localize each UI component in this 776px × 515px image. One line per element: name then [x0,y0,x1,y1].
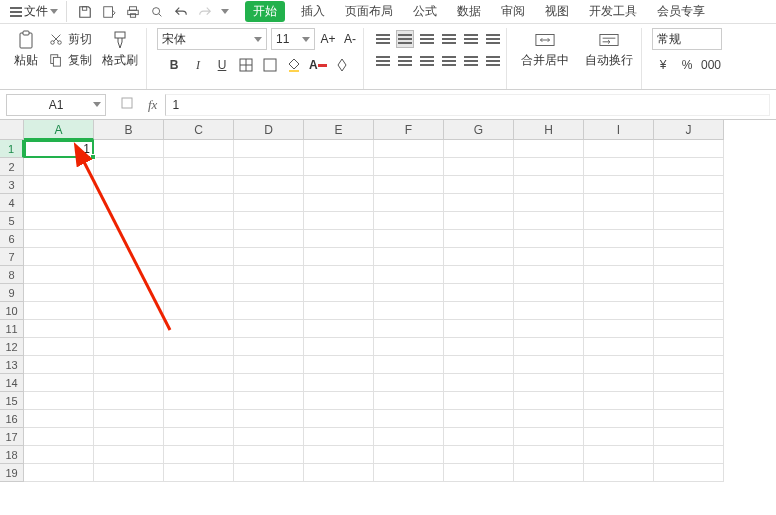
cell[interactable] [444,248,514,266]
cell[interactable] [304,410,374,428]
cell[interactable] [584,338,654,356]
cell[interactable] [234,464,304,482]
cell[interactable] [444,140,514,158]
merge-center-button[interactable]: 合并居中 [517,28,573,71]
cell[interactable] [304,176,374,194]
cell[interactable] [584,356,654,374]
tab-start[interactable]: 开始 [245,1,285,22]
cell[interactable] [94,428,164,446]
format-painter-button[interactable]: 格式刷 [98,28,142,71]
cell[interactable] [514,410,584,428]
row-header[interactable]: 16 [0,410,24,428]
effects-button[interactable] [333,56,351,74]
increase-indent-button[interactable] [484,30,502,48]
cell[interactable] [304,212,374,230]
cell[interactable] [24,230,94,248]
cell[interactable] [514,140,584,158]
export-pdf-icon[interactable] [101,4,117,20]
cell[interactable] [514,248,584,266]
orientation-button[interactable] [440,30,458,48]
cell[interactable] [234,428,304,446]
column-header[interactable]: J [654,120,724,140]
column-header[interactable]: D [234,120,304,140]
cell[interactable] [514,464,584,482]
cell[interactable] [374,446,444,464]
cell[interactable] [24,266,94,284]
cell[interactable] [514,176,584,194]
cut-button[interactable]: 剪切 [48,31,92,48]
justify-button[interactable] [440,52,458,70]
align-right-button[interactable] [418,52,436,70]
cell[interactable] [304,446,374,464]
cell[interactable] [654,140,724,158]
row-header[interactable]: 1 [0,140,24,158]
percent-button[interactable]: % [678,56,696,74]
cell[interactable] [584,392,654,410]
column-header[interactable]: H [514,120,584,140]
cell[interactable] [584,140,654,158]
row-header[interactable]: 13 [0,356,24,374]
underline-button[interactable]: U [213,56,231,74]
cell[interactable] [24,374,94,392]
cell[interactable] [24,176,94,194]
cell[interactable] [374,176,444,194]
bold-button[interactable]: B [165,56,183,74]
tab-view[interactable]: 视图 [541,1,573,22]
paste-button[interactable]: 粘贴 [10,28,42,71]
cell[interactable] [304,248,374,266]
cell[interactable] [444,266,514,284]
cell[interactable] [164,410,234,428]
cell[interactable] [584,230,654,248]
cell[interactable] [24,392,94,410]
cell[interactable] [584,374,654,392]
cell[interactable] [304,284,374,302]
cell[interactable] [164,176,234,194]
cell[interactable] [514,266,584,284]
cell[interactable] [654,302,724,320]
cell[interactable] [164,374,234,392]
rtl-button[interactable] [484,52,502,70]
cell[interactable] [374,410,444,428]
cell[interactable] [24,284,94,302]
cell[interactable] [304,302,374,320]
cell[interactable] [304,266,374,284]
cell[interactable] [374,212,444,230]
cell[interactable] [94,212,164,230]
row-header[interactable]: 14 [0,374,24,392]
cell[interactable] [304,194,374,212]
print-icon[interactable] [125,4,141,20]
cell[interactable] [24,338,94,356]
cell[interactable] [94,140,164,158]
column-header[interactable]: B [94,120,164,140]
cell[interactable] [584,194,654,212]
cell[interactable] [444,356,514,374]
cell[interactable] [654,374,724,392]
cell[interactable] [444,428,514,446]
tab-formula[interactable]: 公式 [409,1,441,22]
cell-style-button[interactable] [261,56,279,74]
column-header[interactable]: G [444,120,514,140]
cell[interactable] [234,176,304,194]
distribute-button[interactable] [462,52,480,70]
qat-more-icon[interactable] [221,9,229,14]
row-header[interactable]: 18 [0,446,24,464]
cell[interactable] [304,374,374,392]
cell[interactable] [584,266,654,284]
currency-button[interactable]: ¥ [654,56,672,74]
cells-area[interactable]: 1 [24,140,724,482]
cell[interactable] [24,194,94,212]
cell[interactable] [234,410,304,428]
cell[interactable] [654,284,724,302]
row-header[interactable]: 15 [0,392,24,410]
redo-icon[interactable] [197,4,213,20]
copy-button[interactable]: 复制 [48,52,92,69]
tab-page-layout[interactable]: 页面布局 [341,1,397,22]
cell[interactable] [304,464,374,482]
cell[interactable] [24,446,94,464]
cell[interactable] [234,266,304,284]
cell[interactable] [164,284,234,302]
cell[interactable] [24,320,94,338]
cell[interactable] [654,356,724,374]
cell[interactable] [94,374,164,392]
cell[interactable] [24,410,94,428]
